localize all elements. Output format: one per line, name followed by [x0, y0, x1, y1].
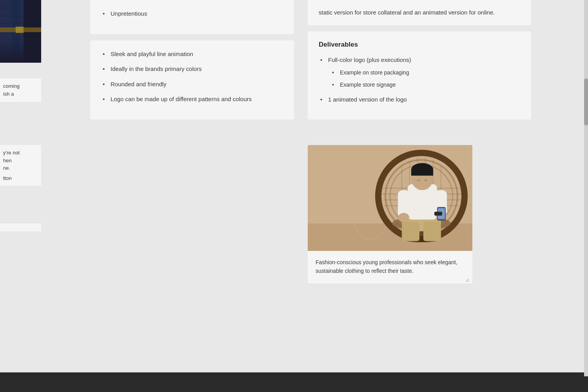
person-image — [308, 145, 472, 251]
left-sidebar: coming ish a y're not hen ne. tton — [0, 0, 41, 392]
list-item-unpretentious: Unpretentious — [101, 9, 283, 18]
partial-text-1: coming — [3, 82, 38, 90]
scrollbar-track[interactable] — [584, 0, 588, 376]
deliverable-item-1-text: Full-color logo (plus executions) — [328, 56, 411, 63]
right-column: static version for store collateral and … — [308, 0, 531, 126]
deliverable-item-1: Full-color logo (plus executions) Exampl… — [319, 56, 520, 89]
list-item-rounded: Rounded and friendly — [101, 80, 283, 89]
partial-text-2: ish a — [3, 90, 38, 98]
svg-point-53 — [424, 180, 427, 181]
svg-point-45 — [398, 213, 409, 222]
svg-rect-51 — [411, 169, 433, 176]
deliverables-title: Deliverables — [319, 41, 520, 49]
deliverables-card: Deliverables Full-color logo (plus execu… — [308, 31, 531, 120]
list-item-primary-colors: Ideally in the brands primary colors — [101, 65, 283, 74]
list-item-sleek: Sleek and playful line animation — [101, 50, 283, 59]
image-card: Fashion-conscious young professionals wh… — [308, 145, 472, 283]
main-content: Unpretentious Sleek and playful line ani… — [41, 0, 588, 392]
caption-text: Fashion-conscious young professionals wh… — [316, 259, 457, 274]
svg-rect-54 — [434, 212, 442, 216]
bottom-bar — [0, 372, 588, 392]
top-partial-text: static version for store collateral and … — [319, 8, 520, 17]
partial-text-5: ne. — [3, 164, 38, 172]
partial-text-6: tton — [3, 174, 38, 182]
partial-text-block-3 — [0, 223, 41, 231]
partial-text-block-2: y're not hen ne. tton — [0, 145, 41, 186]
partial-text-4: hen — [3, 157, 38, 165]
deliverable-sub-item-2: Example store signage — [328, 81, 520, 89]
image-caption: Fashion-conscious young professionals wh… — [308, 251, 472, 283]
deliverable-sub-item-1: Example on store packaging — [328, 69, 520, 77]
resize-handle[interactable]: ⊿ — [465, 276, 470, 281]
top-partial-card: static version for store collateral and … — [308, 0, 531, 25]
list-item-patterns: Logo can be made up of different pattern… — [101, 95, 283, 104]
scrollbar-thumb[interactable] — [584, 78, 588, 125]
svg-rect-40 — [423, 221, 441, 241]
svg-rect-39 — [402, 221, 419, 241]
left-column: Unpretentious Sleek and playful line ani… — [90, 0, 294, 126]
partial-text-block-1: coming ish a — [0, 78, 41, 103]
svg-point-52 — [417, 180, 420, 181]
card-style-bullets: Sleek and playful line animation Ideally… — [90, 40, 294, 120]
deliverable-item-2: 1 animated version of the logo — [319, 95, 520, 104]
top-left-image — [0, 0, 41, 63]
partial-text-3: y're not — [3, 149, 38, 157]
card-unpretentious: Unpretentious — [90, 0, 294, 34]
svg-rect-11 — [16, 27, 24, 33]
